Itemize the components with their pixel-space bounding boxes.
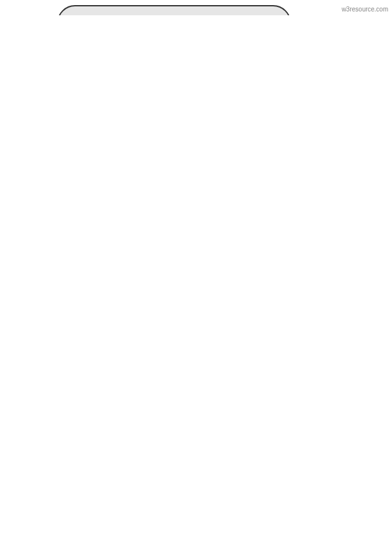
- main-query-bubble: SELECT first_name, last_name, salary, de…: [57, 5, 311, 15]
- watermark: w3resource.com: [342, 6, 388, 13]
